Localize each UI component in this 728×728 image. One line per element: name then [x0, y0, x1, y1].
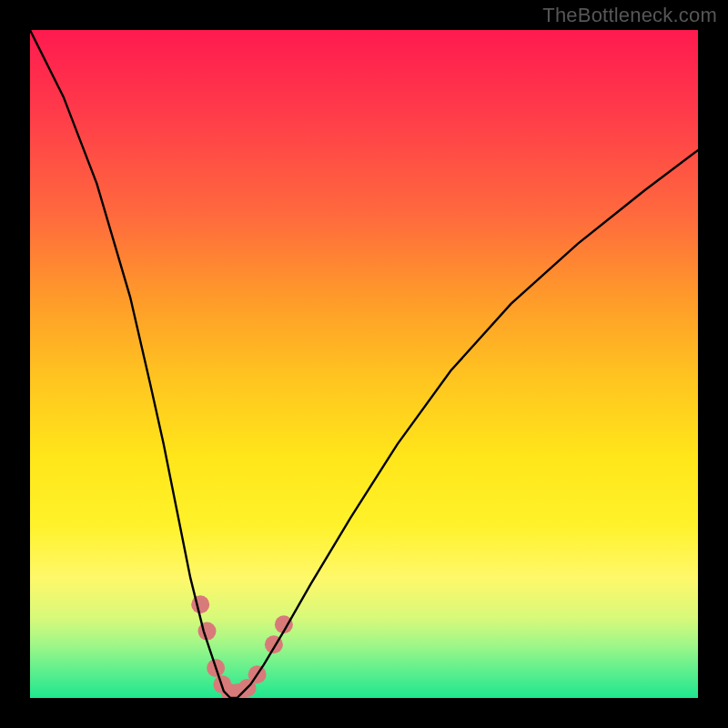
chart-frame: TheBottleneck.com — [0, 0, 728, 728]
watermark-text: TheBottleneck.com — [542, 4, 717, 27]
marker-group — [191, 595, 293, 698]
plot-area — [30, 30, 698, 698]
curve-overlay — [30, 30, 698, 698]
marker-point — [198, 622, 217, 641]
marker-point — [191, 595, 209, 613]
bottleneck-curve — [30, 30, 698, 698]
